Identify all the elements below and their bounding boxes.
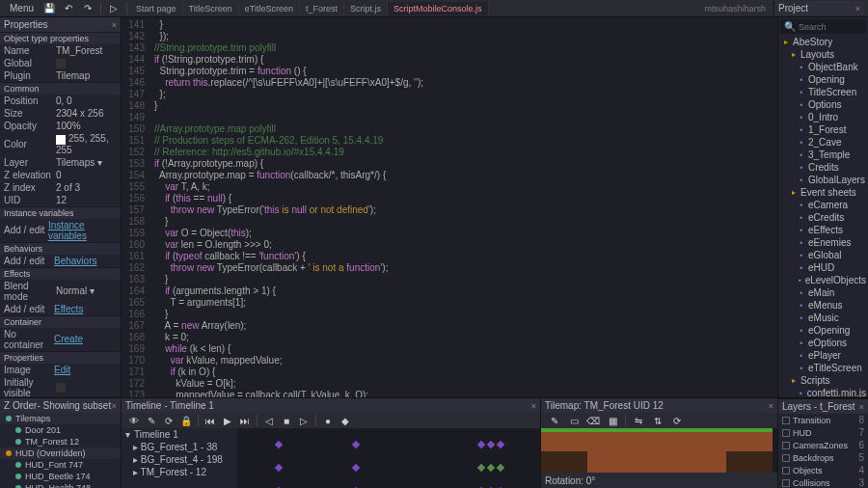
zorder-item[interactable]: TM_Forest 12	[0, 436, 121, 447]
code-editor[interactable]: 141 142 143 144 145 146 147 148 149 150 …	[122, 17, 777, 397]
tab-titlescreen[interactable]: TitleScreen	[183, 2, 239, 15]
rect-icon[interactable]: ▭	[567, 414, 581, 427]
close-icon[interactable]: ×	[112, 401, 117, 411]
project-search[interactable]: 🔍	[780, 19, 866, 34]
close-icon[interactable]: ×	[769, 401, 773, 411]
zorder-item[interactable]: HUD (Overridden)	[0, 447, 121, 459]
layer-row[interactable]: Objects4	[778, 464, 868, 476]
tilemap-canvas[interactable]	[541, 428, 777, 473]
prop-row[interactable]: PluginTilemap	[0, 69, 121, 82]
close-icon[interactable]: ×	[531, 401, 536, 411]
lock-icon[interactable]: 🔒	[179, 414, 193, 427]
timeline-track[interactable]: ▸ BG_Forest_4 - 198	[122, 453, 237, 466]
timeline-track[interactable]: ▸ TM_Forest - 12	[122, 466, 237, 478]
step-fwd-icon[interactable]: ▷	[297, 414, 311, 427]
erase-icon[interactable]: ⌫	[586, 414, 600, 427]
eye-icon[interactable]: 👁	[127, 414, 141, 427]
step-back-icon[interactable]: ◁	[262, 414, 276, 427]
project-item[interactable]: ▪eCredits	[778, 211, 868, 224]
prop-row[interactable]: Color255, 255, 255	[0, 132, 121, 155]
layer-row[interactable]: CameraZones6	[778, 439, 868, 451]
project-item[interactable]: ▪eMusic	[778, 312, 868, 324]
project-item[interactable]: ▪eEffects	[778, 224, 868, 236]
project-item[interactable]: ▪eHUD	[778, 261, 868, 274]
timeline-lanes[interactable]	[237, 428, 540, 488]
layer-row[interactable]: HUD7	[778, 426, 868, 439]
close-icon[interactable]: ×	[859, 402, 864, 412]
timeline-name[interactable]: ▾ Timeline 1	[122, 428, 237, 441]
project-item[interactable]: ▸Scripts	[778, 374, 868, 387]
close-icon[interactable]: ×	[855, 4, 860, 14]
project-item[interactable]: ▪confetti.min.js	[778, 387, 868, 397]
prop-row[interactable]: Position0, 0	[0, 95, 121, 107]
prev-icon[interactable]: ⏮	[203, 414, 217, 427]
add-key-icon[interactable]: ◆	[339, 414, 352, 427]
project-item[interactable]: ▪eOpening	[778, 324, 868, 337]
layer-row[interactable]: Collisions3	[778, 476, 868, 488]
prop-row[interactable]: Initially visible	[0, 376, 121, 399]
project-item[interactable]: ▪0_Intro	[778, 111, 868, 123]
rotate-icon[interactable]: ⟳	[670, 414, 684, 427]
prop-row[interactable]: Opacity100%	[0, 120, 121, 132]
project-item[interactable]: ▪Credits	[778, 161, 868, 174]
project-item[interactable]: ▪eMain	[778, 286, 868, 299]
search-input[interactable]	[799, 22, 868, 32]
tab-tforest[interactable]: t_Forest	[300, 2, 344, 15]
next-icon[interactable]: ⏭	[238, 414, 252, 427]
project-item[interactable]: ▪eCamera	[778, 199, 868, 211]
prop-row[interactable]: NameTM_Forest	[0, 44, 121, 57]
project-item[interactable]: ▪Options	[778, 98, 868, 111]
prop-row[interactable]: LayerTilemaps ▾	[0, 156, 121, 169]
project-item[interactable]: ▪Opening	[778, 73, 868, 86]
preview-icon[interactable]: ▷	[107, 2, 121, 15]
project-item[interactable]: ▪eMenus	[778, 299, 868, 312]
zorder-item[interactable]: HUD_Health 748	[0, 482, 121, 488]
menu-button[interactable]: Menu	[4, 3, 40, 14]
prop-row[interactable]: Add / editBehaviors	[0, 255, 121, 267]
project-item[interactable]: ▪TitleScreen	[778, 86, 868, 98]
zorder-item[interactable]: HUD_Beetle 174	[0, 471, 121, 482]
project-item[interactable]: ▪eTitleScreen	[778, 362, 868, 374]
project-item[interactable]: ▪GlobalLayers	[778, 174, 868, 186]
project-item[interactable]: ▪ePlayer	[778, 349, 868, 362]
project-item[interactable]: ▪ObjectBank	[778, 61, 868, 73]
fill-icon[interactable]: ▦	[606, 414, 619, 427]
project-item[interactable]: ▪eGlobal	[778, 249, 868, 261]
project-item[interactable]: ▸Event sheets	[778, 186, 868, 199]
zorder-item[interactable]: Door 201	[0, 424, 121, 436]
pencil-icon[interactable]: ✎	[548, 414, 561, 427]
timeline-track[interactable]: ▸ BG_Forest_1 - 38	[122, 441, 237, 453]
flip-v-icon[interactable]: ⇅	[651, 414, 665, 427]
layer-row[interactable]: Backdrops5	[778, 451, 868, 464]
project-item[interactable]: ▪eLevelObjects	[778, 274, 868, 286]
pointer-icon[interactable]: ✎	[145, 414, 158, 427]
prop-row[interactable]: Global	[0, 57, 121, 69]
loop-icon[interactable]: ⟳	[162, 414, 176, 427]
project-item[interactable]: ▪eOptions	[778, 337, 868, 349]
prop-row[interactable]: UID12	[0, 194, 121, 206]
project-item[interactable]: ▪2_Cave	[778, 136, 868, 149]
prop-row[interactable]: Add / editInstance variables	[0, 219, 121, 242]
prop-row[interactable]: Z elevation0	[0, 169, 121, 181]
record-icon[interactable]: ●	[321, 414, 335, 427]
prop-row[interactable]: Blend modeNormal ▾	[0, 280, 121, 303]
project-item[interactable]: ▸AbeStory	[778, 36, 868, 48]
code-content[interactable]: } }); //String.prototype.trim polyfill i…	[149, 17, 777, 397]
prop-row[interactable]: Add / editEffects	[0, 303, 121, 315]
layer-row[interactable]: Transition8	[778, 414, 868, 426]
project-item[interactable]: ▪eEnemies	[778, 236, 868, 249]
project-item[interactable]: ▪3_Temple	[778, 149, 868, 161]
tab-etitlescreen[interactable]: eTitleScreen	[239, 2, 300, 15]
prop-row[interactable]: ImageEdit	[0, 364, 121, 376]
flip-h-icon[interactable]: ⇋	[632, 414, 645, 427]
tab-scriptjs[interactable]: Script.js	[344, 2, 388, 15]
undo-icon[interactable]: ↶	[62, 2, 75, 15]
project-item[interactable]: ▪1_Forest	[778, 123, 868, 136]
project-item[interactable]: ▸Layouts	[778, 48, 868, 61]
play-icon[interactable]: ▶	[221, 414, 234, 427]
save-icon[interactable]: 💾	[42, 2, 56, 15]
redo-icon[interactable]: ↷	[81, 2, 95, 15]
zorder-item[interactable]: Tilemaps	[0, 413, 121, 424]
close-icon[interactable]: ×	[112, 20, 117, 30]
prop-row[interactable]: Size2304 x 256	[0, 107, 121, 120]
